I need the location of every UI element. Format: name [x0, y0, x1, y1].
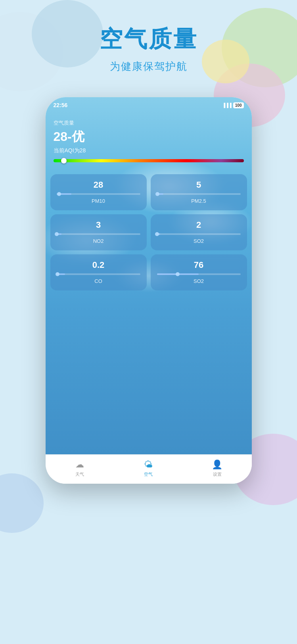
- metric-name: PM10: [57, 198, 140, 204]
- signal-icon: ▐▐▐: [222, 103, 231, 108]
- nav-label-天气: 天气: [75, 471, 84, 477]
- metric-name: SO2: [157, 278, 241, 284]
- metric-bar-fill: [57, 233, 62, 235]
- aqi-section: 空气质量 28-优 当前AQI为28: [46, 111, 252, 170]
- metric-value: 3: [57, 220, 140, 230]
- metric-bar-fill: [157, 273, 199, 275]
- phone-nav-item-天气[interactable]: ☁ 天气: [46, 459, 114, 477]
- metric-value: 0.2: [57, 260, 140, 270]
- metric-name: NO2: [57, 238, 140, 244]
- aqi-bar-indicator: [61, 158, 67, 163]
- metric-dot: [155, 192, 159, 196]
- metric-card-pm10-0: 28 PM10: [50, 174, 147, 210]
- phone-screen: 22:56 ▐▐▐ 100 空气质量 28-优 当前AQI为28 28: [46, 97, 252, 454]
- aqi-description: 当前AQI为28: [54, 147, 244, 154]
- metric-bar: [57, 273, 140, 275]
- metric-dot: [176, 272, 180, 276]
- metric-dot: [56, 272, 59, 276]
- phone-bottom-nav: ☁ 天气 🌤 空气 👤 设置: [46, 454, 252, 484]
- hero-title: 空气质量: [16, 24, 281, 55]
- aqi-label: 空气质量: [54, 119, 244, 127]
- nav-icon-空气: 🌤: [144, 459, 153, 470]
- aqi-gradient-bar: [54, 159, 244, 162]
- phone-mockup: 22:56 ▐▐▐ 100 空气质量 28-优 当前AQI为28 28: [46, 97, 252, 484]
- metric-value: 76: [157, 260, 241, 270]
- phone-wrapper: 22:56 ▐▐▐ 100 空气质量 28-优 当前AQI为28 28: [0, 85, 297, 500]
- metric-card-co-4: 0.2 CO: [50, 254, 147, 290]
- metric-bar-fill: [57, 193, 72, 195]
- status-bar: 22:56 ▐▐▐ 100: [46, 97, 252, 111]
- metric-name: SO2: [157, 238, 241, 244]
- nav-label-空气: 空气: [144, 471, 153, 477]
- metric-bar: [157, 193, 241, 195]
- metric-card-no2-2: 3 NO2: [50, 214, 147, 250]
- metric-bar-fill: [57, 273, 65, 275]
- metric-dot: [155, 232, 159, 236]
- metrics-grid: 28 PM10 5 PM2.5 3 NO2 2 SO2: [46, 170, 252, 294]
- status-icons: ▐▐▐ 100: [222, 102, 243, 108]
- battery-badge: 100: [233, 102, 244, 108]
- hero-subtitle: 为健康保驾护航: [16, 60, 281, 73]
- metric-value: 28: [57, 180, 140, 190]
- metric-card-so2-3: 2 SO2: [151, 214, 247, 250]
- metric-dot: [55, 232, 59, 236]
- metric-value: 5: [157, 180, 241, 190]
- phone-nav-item-设置[interactable]: 👤 设置: [183, 459, 251, 477]
- phone-nav-item-空气[interactable]: 🌤 空气: [114, 459, 183, 477]
- metric-bar: [57, 193, 140, 195]
- metric-dot: [57, 192, 61, 196]
- aqi-value: 28-优: [54, 128, 244, 146]
- nav-icon-设置: 👤: [212, 459, 222, 470]
- hero-section: 空气质量 为健康保驾护航: [0, 0, 297, 85]
- metric-bar-fill: [157, 233, 160, 235]
- metric-bar: [157, 273, 241, 275]
- metric-bar-fill: [157, 193, 164, 195]
- metric-bar: [157, 233, 241, 235]
- metric-name: PM2.5: [157, 198, 241, 204]
- metric-bar: [57, 233, 140, 235]
- metric-card-so2-5: 76 SO2: [151, 254, 247, 290]
- status-time: 22:56: [54, 102, 68, 108]
- metric-name: CO: [57, 278, 140, 284]
- metric-card-pm2.5-1: 5 PM2.5: [151, 174, 247, 210]
- metric-value: 2: [157, 220, 241, 230]
- nav-icon-天气: ☁: [75, 459, 84, 470]
- nav-label-设置: 设置: [213, 471, 222, 477]
